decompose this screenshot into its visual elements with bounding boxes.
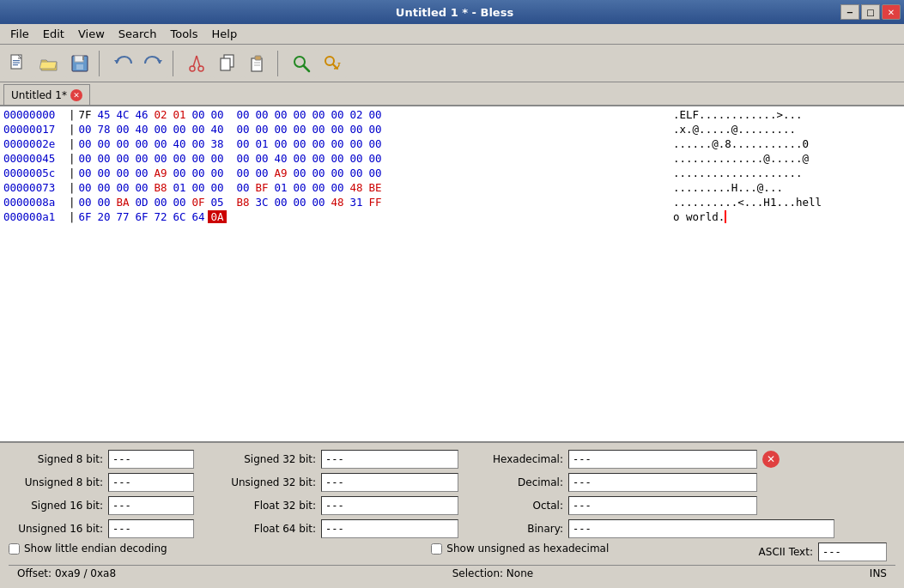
minimize-button[interactable]: − — [840, 4, 859, 20]
hex-editor[interactable]: 00000000|7F454C4602010000000000000000020… — [0, 106, 904, 441]
hex-byte[interactable]: 00 — [271, 123, 290, 136]
hex-byte[interactable]: 72 — [151, 210, 170, 223]
hex-byte[interactable]: 00 — [76, 196, 94, 209]
hex-byte[interactable]: A9 — [151, 167, 170, 179]
hex-byte[interactable]: 00 — [208, 181, 227, 194]
hex-byte[interactable]: 00 — [189, 123, 208, 136]
hex-byte[interactable]: 00 — [170, 123, 189, 136]
hex-byte[interactable]: 00 — [113, 181, 132, 194]
hex-byte[interactable]: 00 — [290, 152, 309, 165]
hex-row[interactable]: 00000045|0000000000000000000040000000000… — [0, 152, 904, 167]
hex-byte[interactable] — [328, 210, 347, 223]
hex-byte[interactable]: 00 — [328, 108, 347, 121]
unsigned32-input[interactable] — [321, 473, 458, 492]
hex-row[interactable]: 000000a1|6F20776F726C640A o world. — [0, 210, 904, 225]
hex-byte[interactable]: 00 — [309, 152, 328, 165]
hex-byte[interactable]: 00 — [234, 167, 252, 179]
hex-byte[interactable]: 00 — [76, 181, 94, 194]
hex-byte[interactable]: 00 — [366, 108, 385, 121]
hex-byte[interactable]: 00 — [271, 137, 290, 150]
find-button[interactable] — [287, 49, 316, 78]
hex-byte[interactable]: 00 — [347, 152, 366, 165]
unsigned8-input[interactable] — [108, 473, 194, 492]
decimal-input[interactable] — [568, 473, 757, 492]
hex-byte[interactable]: 00 — [290, 137, 309, 150]
hex-byte[interactable]: 00 — [347, 137, 366, 150]
hex-byte[interactable]: 00 — [76, 167, 94, 179]
hex-byte[interactable]: 00 — [366, 137, 385, 150]
hex-byte[interactable]: BF — [252, 181, 271, 194]
hex-byte[interactable]: 00 — [252, 152, 271, 165]
undo-button[interactable] — [108, 49, 137, 78]
unsigned-hex-checkbox[interactable] — [431, 543, 442, 555]
hex-byte[interactable]: 00 — [366, 123, 385, 136]
hex-byte[interactable]: 00 — [271, 196, 290, 209]
float32-input[interactable] — [321, 496, 458, 515]
hex-byte[interactable]: 20 — [94, 210, 113, 223]
hex-byte[interactable]: 6F — [76, 210, 94, 223]
menu-help[interactable]: Help — [205, 26, 245, 42]
hex-byte[interactable]: 00 — [189, 137, 208, 150]
hex-byte[interactable]: 00 — [366, 167, 385, 179]
hex-byte[interactable]: 00 — [252, 123, 271, 136]
hex-byte[interactable]: 00 — [189, 108, 208, 121]
menu-view[interactable]: View — [71, 26, 112, 42]
hex-byte[interactable]: 00 — [189, 167, 208, 179]
hex-row[interactable]: 0000008a|0000BA0D00000F05B83C0000004831F… — [0, 196, 904, 210]
hex-byte[interactable]: 45 — [94, 108, 113, 121]
hex-byte[interactable]: 00 — [94, 181, 113, 194]
ascii-text-input[interactable] — [818, 543, 887, 561]
octal-input[interactable] — [568, 496, 757, 515]
hex-byte[interactable]: 00 — [113, 152, 132, 165]
hex-byte[interactable]: 40 — [271, 152, 290, 165]
hex-byte[interactable]: 00 — [151, 137, 170, 150]
hex-byte[interactable]: 00 — [132, 167, 151, 179]
hex-byte[interactable]: 02 — [347, 108, 366, 121]
hex-byte[interactable]: 40 — [132, 123, 151, 136]
hex-byte[interactable]: 00 — [234, 181, 252, 194]
cut-button[interactable] — [182, 49, 211, 78]
hex-byte[interactable] — [290, 210, 309, 223]
hex-byte[interactable] — [234, 210, 252, 223]
hex-byte[interactable]: 00 — [271, 108, 290, 121]
menu-edit[interactable]: Edit — [36, 26, 71, 42]
hex-byte[interactable]: 00 — [170, 167, 189, 179]
save-button[interactable] — [65, 49, 94, 78]
hex-byte[interactable] — [252, 210, 271, 223]
hex-byte[interactable]: 00 — [328, 167, 347, 179]
hex-byte[interactable]: BA — [113, 196, 132, 209]
hex-byte[interactable]: 00 — [309, 167, 328, 179]
hex-byte[interactable]: FF — [366, 196, 385, 209]
hex-byte[interactable]: 0D — [132, 196, 151, 209]
copy-button[interactable] — [213, 49, 242, 78]
hex-byte[interactable]: 6C — [170, 210, 189, 223]
hex-byte[interactable]: 00 — [189, 152, 208, 165]
hexadecimal-input[interactable] — [568, 450, 757, 469]
hex-byte[interactable]: 3C — [252, 196, 271, 209]
hex-byte[interactable]: 01 — [170, 108, 189, 121]
hex-byte[interactable]: 00 — [94, 137, 113, 150]
hex-byte[interactable]: 00 — [113, 123, 132, 136]
float64-input[interactable] — [321, 519, 458, 538]
hex-byte[interactable]: 00 — [170, 152, 189, 165]
unsigned16-input[interactable] — [108, 519, 194, 538]
hex-byte[interactable]: 00 — [234, 137, 252, 150]
signed32-input[interactable] — [321, 450, 458, 469]
hex-row[interactable]: 00000017|0078004000000040000000000000000… — [0, 123, 904, 137]
hex-byte[interactable] — [309, 210, 328, 223]
hex-row[interactable]: 00000073|00000000B801000000BF0100000048B… — [0, 181, 904, 196]
hex-byte[interactable]: 46 — [132, 108, 151, 121]
hex-byte[interactable]: 6F — [132, 210, 151, 223]
hex-byte[interactable]: 00 — [309, 137, 328, 150]
menu-search[interactable]: Search — [112, 26, 164, 42]
hex-byte[interactable]: B8 — [234, 196, 252, 209]
hex-byte[interactable]: 00 — [76, 152, 94, 165]
signed16-input[interactable] — [108, 496, 194, 515]
menu-file[interactable]: File — [3, 26, 36, 42]
maximize-button[interactable]: □ — [861, 4, 880, 20]
hex-byte[interactable]: 00 — [290, 181, 309, 194]
hex-byte[interactable]: 00 — [208, 108, 227, 121]
new-button[interactable] — [3, 49, 33, 78]
hex-byte[interactable]: 00 — [290, 108, 309, 121]
menu-tools[interactable]: Tools — [163, 26, 204, 42]
